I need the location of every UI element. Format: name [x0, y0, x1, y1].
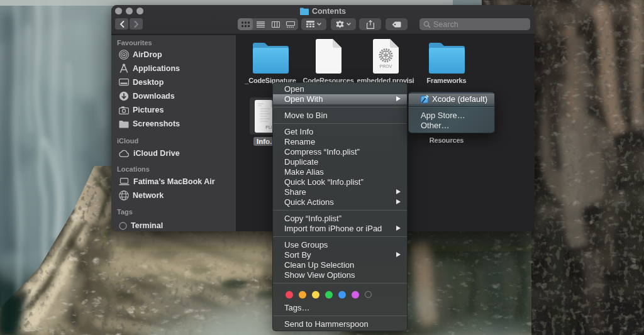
svg-text:PROV: PROV — [380, 64, 392, 69]
